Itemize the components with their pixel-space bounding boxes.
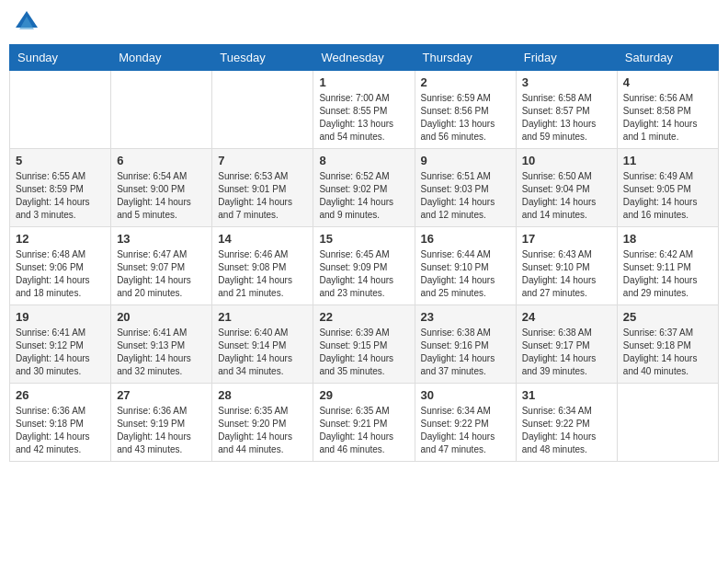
day-number: 15 [319, 232, 408, 246]
week-row-2: 5Sunrise: 6:55 AMSunset: 8:59 PMDaylight… [10, 149, 719, 227]
calendar-cell-0-2 [212, 71, 313, 149]
calendar-cell-1-6: 11Sunrise: 6:49 AMSunset: 9:05 PMDayligh… [617, 149, 718, 227]
day-info: Sunrise: 6:53 AMSunset: 9:01 PMDaylight:… [218, 170, 307, 222]
calendar-table: SundayMondayTuesdayWednesdayThursdayFrid… [9, 44, 719, 462]
calendar-cell-1-3: 8Sunrise: 6:52 AMSunset: 9:02 PMDaylight… [313, 149, 415, 227]
day-number: 22 [319, 310, 408, 324]
day-number: 16 [421, 232, 510, 246]
day-number: 14 [218, 232, 307, 246]
week-row-1: 1Sunrise: 7:00 AMSunset: 8:55 PMDaylight… [10, 71, 719, 149]
header-sunday: Sunday [10, 45, 111, 71]
day-info: Sunrise: 6:49 AMSunset: 9:05 PMDaylight:… [623, 170, 712, 222]
day-number: 7 [218, 154, 307, 167]
calendar-cell-4-5: 31Sunrise: 6:34 AMSunset: 9:22 PMDayligh… [516, 384, 617, 462]
calendar-cell-1-5: 10Sunrise: 6:50 AMSunset: 9:04 PMDayligh… [516, 149, 617, 227]
page-header [9, 9, 719, 35]
day-number: 30 [421, 388, 510, 402]
day-info: Sunrise: 6:43 AMSunset: 9:10 PMDaylight:… [522, 248, 611, 300]
week-row-5: 26Sunrise: 6:36 AMSunset: 9:18 PMDayligh… [10, 384, 719, 462]
week-row-4: 19Sunrise: 6:41 AMSunset: 9:12 PMDayligh… [10, 305, 719, 384]
day-info: Sunrise: 6:56 AMSunset: 8:58 PMDaylight:… [623, 92, 712, 144]
day-info: Sunrise: 6:52 AMSunset: 9:02 PMDaylight:… [319, 170, 408, 222]
calendar-cell-3-0: 19Sunrise: 6:41 AMSunset: 9:12 PMDayligh… [10, 305, 111, 384]
calendar-cell-2-2: 14Sunrise: 6:46 AMSunset: 9:08 PMDayligh… [212, 227, 313, 305]
day-info: Sunrise: 6:38 AMSunset: 9:17 PMDaylight:… [522, 327, 611, 378]
calendar-cell-4-3: 29Sunrise: 6:35 AMSunset: 9:21 PMDayligh… [313, 384, 415, 462]
calendar-cell-3-4: 23Sunrise: 6:38 AMSunset: 9:16 PMDayligh… [415, 305, 516, 384]
day-number: 3 [522, 75, 611, 89]
day-number: 27 [117, 388, 206, 402]
day-info: Sunrise: 6:35 AMSunset: 9:20 PMDaylight:… [218, 405, 307, 456]
calendar-cell-2-3: 15Sunrise: 6:45 AMSunset: 9:09 PMDayligh… [313, 227, 415, 305]
calendar-cell-0-5: 3Sunrise: 6:58 AMSunset: 8:57 PMDaylight… [516, 71, 617, 149]
header-monday: Monday [111, 45, 212, 71]
calendar-cell-2-0: 12Sunrise: 6:48 AMSunset: 9:06 PMDayligh… [10, 227, 111, 305]
week-row-3: 12Sunrise: 6:48 AMSunset: 9:06 PMDayligh… [10, 227, 719, 305]
day-number: 17 [522, 232, 611, 246]
calendar-cell-2-4: 16Sunrise: 6:44 AMSunset: 9:10 PMDayligh… [415, 227, 516, 305]
day-number: 1 [319, 75, 408, 89]
day-info: Sunrise: 6:42 AMSunset: 9:11 PMDaylight:… [623, 248, 712, 300]
header-saturday: Saturday [617, 45, 718, 71]
day-number: 6 [117, 154, 206, 167]
day-number: 9 [421, 154, 510, 167]
day-info: Sunrise: 6:38 AMSunset: 9:16 PMDaylight:… [421, 327, 510, 378]
calendar-cell-1-4: 9Sunrise: 6:51 AMSunset: 9:03 PMDaylight… [415, 149, 516, 227]
day-info: Sunrise: 6:35 AMSunset: 9:21 PMDaylight:… [319, 405, 408, 456]
day-info: Sunrise: 6:50 AMSunset: 9:04 PMDaylight:… [522, 170, 611, 222]
day-info: Sunrise: 6:36 AMSunset: 9:18 PMDaylight:… [16, 405, 105, 456]
header-thursday: Thursday [415, 45, 516, 71]
day-info: Sunrise: 6:54 AMSunset: 9:00 PMDaylight:… [117, 170, 206, 222]
calendar-cell-1-0: 5Sunrise: 6:55 AMSunset: 8:59 PMDaylight… [10, 149, 111, 227]
logo-icon [14, 9, 40, 35]
day-info: Sunrise: 6:41 AMSunset: 9:12 PMDaylight:… [16, 327, 105, 378]
day-info: Sunrise: 6:48 AMSunset: 9:06 PMDaylight:… [16, 248, 105, 300]
calendar-cell-4-0: 26Sunrise: 6:36 AMSunset: 9:18 PMDayligh… [10, 384, 111, 462]
calendar-cell-1-1: 6Sunrise: 6:54 AMSunset: 9:00 PMDaylight… [111, 149, 212, 227]
day-info: Sunrise: 6:34 AMSunset: 9:22 PMDaylight:… [421, 405, 510, 456]
day-number: 8 [319, 154, 408, 167]
header-tuesday: Tuesday [212, 45, 313, 71]
day-info: Sunrise: 6:47 AMSunset: 9:07 PMDaylight:… [117, 248, 206, 300]
calendar-cell-3-3: 22Sunrise: 6:39 AMSunset: 9:15 PMDayligh… [313, 305, 415, 384]
calendar-cell-0-4: 2Sunrise: 6:59 AMSunset: 8:56 PMDaylight… [415, 71, 516, 149]
day-info: Sunrise: 6:39 AMSunset: 9:15 PMDaylight:… [319, 327, 408, 378]
header-wednesday: Wednesday [313, 45, 415, 71]
day-info: Sunrise: 6:36 AMSunset: 9:19 PMDaylight:… [117, 405, 206, 456]
calendar-cell-1-2: 7Sunrise: 6:53 AMSunset: 9:01 PMDaylight… [212, 149, 313, 227]
calendar-cell-0-3: 1Sunrise: 7:00 AMSunset: 8:55 PMDaylight… [313, 71, 415, 149]
day-number: 25 [623, 310, 712, 324]
day-info: Sunrise: 6:59 AMSunset: 8:56 PMDaylight:… [421, 92, 510, 144]
calendar-cell-0-6: 4Sunrise: 6:56 AMSunset: 8:58 PMDaylight… [617, 71, 718, 149]
day-number: 21 [218, 310, 307, 324]
calendar-cell-2-5: 17Sunrise: 6:43 AMSunset: 9:10 PMDayligh… [516, 227, 617, 305]
calendar-cell-0-0 [10, 71, 111, 149]
day-number: 24 [522, 310, 611, 324]
day-number: 31 [522, 388, 611, 402]
day-info: Sunrise: 6:40 AMSunset: 9:14 PMDaylight:… [218, 327, 307, 378]
calendar-cell-4-4: 30Sunrise: 6:34 AMSunset: 9:22 PMDayligh… [415, 384, 516, 462]
day-info: Sunrise: 6:41 AMSunset: 9:13 PMDaylight:… [117, 327, 206, 378]
day-number: 4 [623, 75, 712, 89]
day-number: 10 [522, 154, 611, 167]
day-number: 2 [421, 75, 510, 89]
day-number: 29 [319, 388, 408, 402]
day-info: Sunrise: 6:55 AMSunset: 8:59 PMDaylight:… [16, 170, 105, 222]
day-info: Sunrise: 6:58 AMSunset: 8:57 PMDaylight:… [522, 92, 611, 144]
day-info: Sunrise: 6:51 AMSunset: 9:03 PMDaylight:… [421, 170, 510, 222]
calendar-cell-2-1: 13Sunrise: 6:47 AMSunset: 9:07 PMDayligh… [111, 227, 212, 305]
day-number: 23 [421, 310, 510, 324]
day-info: Sunrise: 6:37 AMSunset: 9:18 PMDaylight:… [623, 327, 712, 378]
day-number: 12 [16, 232, 105, 246]
header-friday: Friday [516, 45, 617, 71]
day-info: Sunrise: 6:45 AMSunset: 9:09 PMDaylight:… [319, 248, 408, 300]
calendar-cell-3-6: 25Sunrise: 6:37 AMSunset: 9:18 PMDayligh… [617, 305, 718, 384]
calendar-cell-0-1 [111, 71, 212, 149]
day-info: Sunrise: 6:46 AMSunset: 9:08 PMDaylight:… [218, 248, 307, 300]
day-number: 11 [623, 154, 712, 167]
day-number: 28 [218, 388, 307, 402]
calendar-cell-3-5: 24Sunrise: 6:38 AMSunset: 9:17 PMDayligh… [516, 305, 617, 384]
day-number: 20 [117, 310, 206, 324]
day-number: 18 [623, 232, 712, 246]
day-number: 5 [16, 154, 105, 167]
